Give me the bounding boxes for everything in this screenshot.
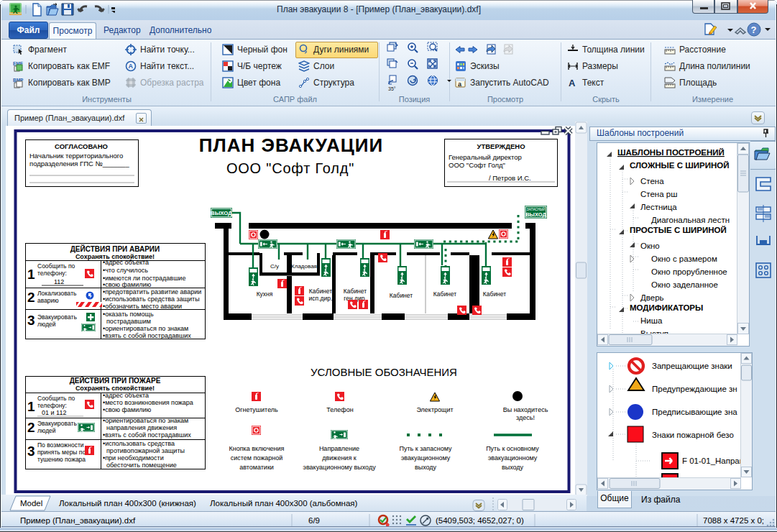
- svg-text:•использовать средства защиты: •использовать средства защиты: [103, 295, 200, 303]
- svg-text:Стена: Стена: [640, 177, 664, 185]
- svg-text:По возможности: По возможности: [37, 441, 84, 449]
- svg-text:ВЫХОД: ВЫХОД: [211, 210, 232, 216]
- svg-text:3: 3: [27, 313, 35, 328]
- svg-text:УТВЕРЖДЕНО: УТВЕРЖДЕНО: [477, 142, 525, 150]
- svg-text:01 и 112: 01 и 112: [42, 409, 66, 416]
- svg-text:6/9: 6/9: [308, 516, 320, 525]
- svg-text:МОДИФИКАТОРЫ: МОДИФИКАТОРЫ: [630, 303, 703, 312]
- svg-text:пострадавшим: пострадавшим: [106, 318, 151, 325]
- svg-text:эвакуационному выходу: эвакуационному выходу: [303, 464, 376, 471]
- svg-text:Model: Model: [20, 499, 42, 508]
- svg-text:ДЕЙСТВИЯ ПРИ ПОЖАРЕ: ДЕЙСТВИЯ ПРИ ПОЖАРЕ: [70, 376, 161, 385]
- svg-text:1: 1: [27, 399, 35, 414]
- svg-text:СОГЛАСОВАНО: СОГЛАСОВАНО: [55, 142, 108, 150]
- svg-text:телефону:: телефону:: [37, 402, 67, 409]
- svg-text:эвакуационному: эвакуационному: [401, 454, 451, 462]
- svg-text:людей: людей: [37, 321, 56, 328]
- svg-text:Пример (План_эвакуации).dxf: Пример (План_эвакуации).dxf: [20, 516, 136, 525]
- svg-text:Сообщить по: Сообщить по: [37, 395, 75, 402]
- svg-text:УСЛОВНЫЕ ОБОЗНАЧЕНИЯ: УСЛОВНЫЕ ОБОЗНАЧЕНИЯ: [311, 366, 457, 378]
- svg-text:/ Петров И.С.: / Петров И.С.: [489, 174, 531, 182]
- svg-text:ООО "Софт Голд": ООО "Софт Голд": [449, 161, 505, 169]
- svg-text:ЗАПАСНЫЙ: ЗАПАСНЫЙ: [527, 206, 546, 211]
- svg-text:A: A: [129, 63, 134, 70]
- svg-text:•свою фамилию: •свою фамилию: [103, 281, 151, 288]
- svg-text:Кладовая: Кладовая: [291, 263, 317, 270]
- svg-text:Окно прорубленное: Окно прорубленное: [651, 267, 727, 276]
- svg-text:ШАБЛОНЫ ПОСТРОЕНИЙ: ШАБЛОНЫ ПОСТРОЕНИЙ: [617, 148, 725, 157]
- svg-text:•что случилось: •что случилось: [103, 267, 148, 274]
- svg-text:•место возникновения пожара: •место возникновения пожара: [103, 399, 193, 406]
- svg-text:1: 1: [27, 267, 35, 282]
- svg-text:Генеральный директор: Генеральный директор: [449, 153, 522, 161]
- svg-text:2: 2: [27, 290, 35, 305]
- svg-text:систем пожарной: систем пожарной: [231, 454, 283, 462]
- svg-text:людей: людей: [37, 427, 56, 434]
- svg-text:ПРОСТЫЕ С ШИРИНОЙ: ПРОСТЫЕ С ШИРИНОЙ: [630, 226, 727, 234]
- svg-text:обесточить помещение: обесточить помещение: [106, 462, 177, 469]
- svg-text:Окно с размером: Окно с размером: [651, 254, 717, 263]
- svg-text:Кабинет: Кабинет: [344, 288, 367, 295]
- svg-text:Окно заделанное: Окно заделанное: [651, 280, 718, 289]
- svg-text:эвакуационному: эвакуационному: [488, 454, 538, 462]
- svg-text:Дверь: Дверь: [640, 293, 664, 302]
- svg-text:здесь!: здесь!: [516, 414, 535, 421]
- svg-text:Предупреждающие зн: Предупреждающие зн: [652, 385, 737, 393]
- svg-text:Предписывающие зна: Предписывающие зна: [652, 408, 737, 416]
- svg-text:Диагональная лестн: Диагональная лестн: [651, 216, 730, 224]
- svg-text:противопожарной защиты: противопожарной защиты: [106, 447, 185, 454]
- svg-text:Кабинет: Кабинет: [309, 288, 332, 295]
- svg-text:A: A: [569, 78, 576, 88]
- svg-text:направления движения: направления движения: [106, 424, 177, 431]
- svg-text:исп.дир.: исп.дир.: [309, 295, 333, 302]
- svg-text:•свою фамилию: •свою фамилию: [103, 406, 151, 413]
- svg-text:•ориентироваться по знакам: •ориентироваться по знакам: [103, 417, 188, 424]
- svg-text:С/у: С/у: [270, 263, 279, 270]
- svg-text:выходу: выходу: [502, 464, 524, 471]
- svg-text:Эвакуировать: Эвакуировать: [37, 420, 77, 427]
- svg-text:•адрес объекта: •адрес объекта: [103, 392, 149, 399]
- svg-text:тушению пожара: тушению пожара: [37, 456, 86, 463]
- svg-text:выходу: выходу: [415, 464, 437, 471]
- svg-text:Локализовать: Локализовать: [37, 290, 77, 297]
- svg-text:Кухня: Кухня: [257, 290, 273, 298]
- svg-text:Запрещающие знаки: Запрещающие знаки: [652, 362, 732, 370]
- svg-text:Эвакуировать: Эвакуировать: [37, 313, 77, 321]
- svg-text:Кнопка включения: Кнопка включения: [229, 445, 285, 452]
- svg-text:Локальный план 400x300 (альбом: Локальный план 400x300 (альбомная): [210, 499, 358, 508]
- svg-text:Телефон: Телефон: [326, 406, 353, 413]
- svg-text:2: 2: [27, 420, 35, 435]
- svg-text:движения к: движения к: [322, 454, 356, 462]
- svg-text:Окно: Окно: [640, 242, 660, 250]
- svg-text:112: 112: [54, 278, 64, 285]
- svg-text:Лестница: Лестница: [640, 203, 677, 211]
- svg-text:Сохранять спокойствие!: Сохранять спокойствие!: [75, 385, 155, 392]
- svg-text:Ниша: Ниша: [640, 316, 663, 325]
- svg-text:Кабинет: Кабинет: [483, 290, 506, 298]
- svg-text:?: ?: [751, 24, 757, 35]
- svg-text:Знаки пожарной безо: Знаки пожарной безо: [652, 431, 734, 439]
- svg-text:Локальный план 400x300 (книжна: Локальный план 400x300 (книжная): [59, 499, 196, 508]
- svg-text:•использовать средства: •использовать средства: [103, 440, 175, 447]
- svg-text:ПЛАН ЭВАКУАЦИИ: ПЛАН ЭВАКУАЦИИ: [199, 134, 383, 156]
- svg-text:•взять с собой пострадавших: •взять с собой пострадавших: [103, 431, 191, 439]
- svg-text:Стена рш: Стена рш: [640, 190, 677, 198]
- svg-text:Начальник территориального: Начальник территориального: [29, 152, 123, 160]
- svg-text:Направление: Направление: [319, 445, 359, 452]
- svg-text:СЛОЖНЫЕ С ШИРИНОЙ: СЛОЖНЫЕ С ШИРИНОЙ: [630, 161, 729, 170]
- svg-text:35°: 35°: [388, 86, 396, 91]
- svg-text:ДЕЙСТВИЯ ПРИ АВАРИИ: ДЕЙСТВИЯ ПРИ АВАРИИ: [70, 244, 160, 253]
- svg-text:•взять с собой пострадавших: •взять с собой пострадавших: [103, 332, 191, 339]
- svg-text:Путь к основному: Путь к основному: [486, 445, 539, 452]
- svg-text:•оказать помощь: •оказать помощь: [103, 311, 154, 318]
- svg-text:автоматики: автоматики: [239, 464, 274, 471]
- svg-text:Вы находитесь: Вы находитесь: [503, 406, 548, 413]
- svg-text:F 01-01_Направ.: F 01-01_Направ.: [682, 457, 746, 465]
- svg-text:•при необходимости: •при необходимости: [103, 454, 164, 462]
- svg-text:•предотвратить развитие аварии: •предотвратить развитие аварии: [103, 288, 201, 295]
- svg-text:Огнетушитель: Огнетушитель: [235, 406, 278, 413]
- svg-text:телефону:: телефону:: [37, 270, 67, 277]
- svg-text:•обозначить место аварии: •обозначить место аварии: [103, 303, 182, 310]
- svg-text:Сообщить по: Сообщить по: [37, 262, 75, 270]
- svg-text:(5409,503; 4652,027; 0): (5409,503; 4652,027; 0): [436, 516, 524, 525]
